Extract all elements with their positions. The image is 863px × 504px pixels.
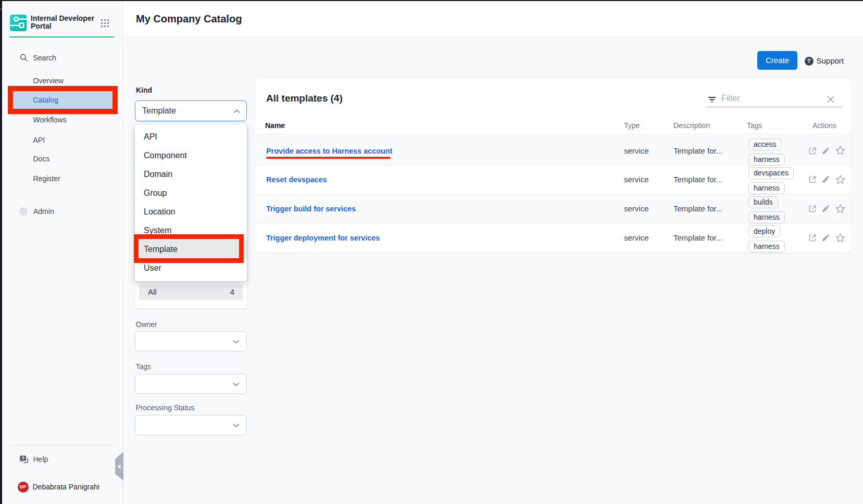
svg-text:?: ? (21, 456, 24, 461)
